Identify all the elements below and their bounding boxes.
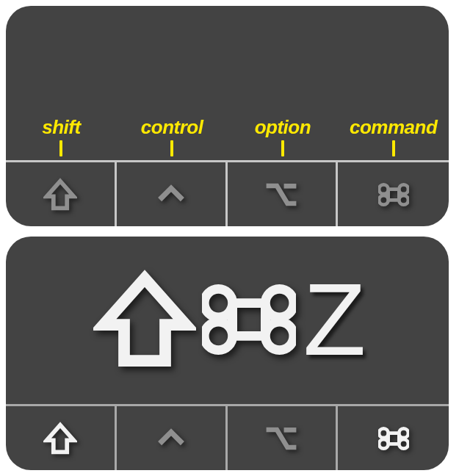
shortcut-display: Z: [6, 237, 449, 403]
label-col-command: command: [338, 116, 449, 156]
label-tick: [281, 140, 284, 156]
label-tick: [59, 140, 62, 156]
shortcut-example-panel: Z: [6, 237, 449, 470]
label-col-shift: shift: [6, 116, 117, 156]
option-icon: [264, 177, 299, 212]
key-command-active[interactable]: [338, 406, 449, 470]
shift-icon: [93, 268, 196, 371]
shortcut-letter: Z: [302, 268, 362, 371]
modifier-reference-panel: shift control option command: [6, 6, 449, 226]
command-icon: [202, 273, 296, 367]
key-shift[interactable]: [6, 162, 117, 226]
option-icon: [264, 421, 299, 456]
labels-row: shift control option command: [6, 116, 449, 156]
key-command[interactable]: [338, 162, 449, 226]
control-icon: [155, 422, 187, 455]
command-icon: [378, 423, 409, 454]
label-tick: [170, 140, 173, 156]
shift-icon: [43, 178, 77, 212]
key-option[interactable]: [228, 162, 339, 226]
modifier-key-row-active: [6, 404, 449, 470]
command-icon: [378, 179, 409, 210]
label-command: command: [350, 116, 437, 139]
key-control[interactable]: [117, 406, 228, 470]
label-option: option: [255, 116, 311, 139]
label-control: control: [141, 116, 203, 139]
modifier-key-row: [6, 160, 449, 226]
key-shift-active[interactable]: [6, 406, 117, 470]
label-tick: [392, 140, 395, 156]
key-option[interactable]: [228, 406, 339, 470]
key-control[interactable]: [117, 162, 228, 226]
label-col-control: control: [117, 116, 228, 156]
label-col-option: option: [228, 116, 339, 156]
shift-icon: [43, 422, 77, 455]
label-shift: shift: [42, 116, 80, 139]
control-icon: [155, 178, 187, 211]
